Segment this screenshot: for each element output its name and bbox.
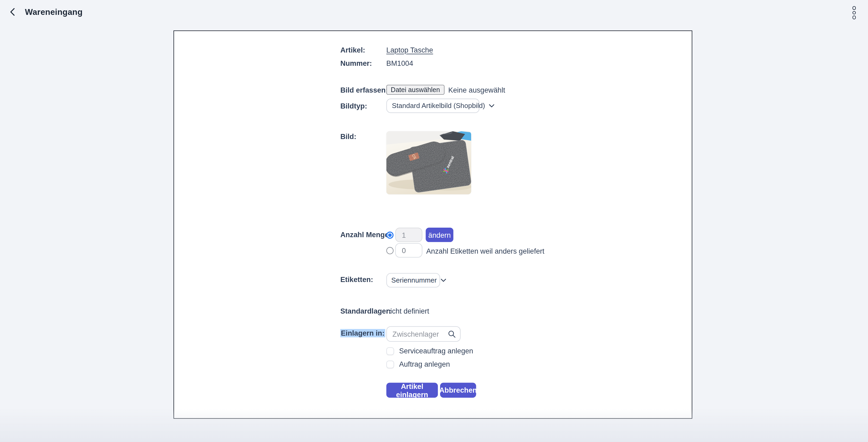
back-button[interactable] <box>7 7 17 17</box>
chevron-down-icon <box>441 279 446 282</box>
laptop-sleeve-photo: CS xentral <box>386 131 471 194</box>
artikel-link[interactable]: Laptop Tasche <box>386 46 433 54</box>
abbrechen-button[interactable]: Abbrechen <box>440 383 476 398</box>
wareneingang-form-panel: Artikel: Laptop Tasche Nummer: BM1004 Bi… <box>174 31 692 419</box>
artikel-einlagern-button[interactable]: Artikel einlagern <box>386 383 438 398</box>
serviceauftrag-label: Serviceauftrag anlegen <box>399 347 473 355</box>
chevron-down-icon <box>489 104 495 107</box>
menge-input[interactable] <box>395 228 422 242</box>
serviceauftrag-row: Serviceauftrag anlegen <box>386 347 473 355</box>
file-select-button[interactable]: Datei auswählen <box>386 85 444 95</box>
overflow-menu-button[interactable] <box>850 6 859 19</box>
top-bar: Wareneingang <box>0 0 868 24</box>
file-input: Datei auswählen Keine ausgewählt <box>386 85 505 95</box>
aendern-button[interactable]: ändern <box>426 228 453 242</box>
etiketten-hint-text: Anzahl Etiketten weil anders geliefert <box>426 247 545 255</box>
einlagern-in-label: Einlagern in: <box>340 329 385 337</box>
auftrag-checkbox[interactable] <box>386 360 394 368</box>
bildtyp-select[interactable]: Standard Artikelbild (Shopbild) <box>386 99 479 113</box>
article-image: CS xentral <box>386 131 471 194</box>
etiketten-selected-value: Seriennummer <box>391 277 437 284</box>
menge-radio-selected[interactable] <box>386 232 394 239</box>
chevron-left-icon <box>10 7 15 15</box>
etiketten-radio[interactable] <box>386 247 394 254</box>
bildtyp-label: Bildtyp: <box>340 102 367 110</box>
artikel-label: Artikel: <box>340 46 365 54</box>
serviceauftrag-checkbox[interactable] <box>386 347 394 355</box>
lager-search-input[interactable] <box>392 330 448 338</box>
auftrag-row: Auftrag anlegen <box>386 360 450 368</box>
kebab-dot-icon <box>852 11 856 14</box>
search-icon <box>448 330 456 338</box>
standardlager-label: Standardlager: <box>340 307 391 315</box>
etiketten-select[interactable]: Seriennummer <box>386 273 440 287</box>
kebab-dot-icon <box>852 15 856 19</box>
kebab-dot-icon <box>852 6 856 10</box>
file-status-text: Keine ausgewählt <box>448 86 505 94</box>
page-title: Wareneingang <box>25 7 83 17</box>
nummer-value: BM1004 <box>386 59 413 67</box>
bild-erfassen-label: Bild erfassen: <box>340 86 388 94</box>
einlagern-in-label-text: Einlagern in: <box>340 329 385 337</box>
standardlager-value: nicht definiert <box>386 307 429 315</box>
bildtyp-selected-value: Standard Artikelbild (Shopbild) <box>392 102 485 109</box>
nummer-label: Nummer: <box>340 59 372 67</box>
bild-label: Bild: <box>340 132 356 140</box>
anzahl-menge-label: Anzahl Menge: <box>340 230 391 239</box>
lager-search-box <box>386 326 461 342</box>
page: Wareneingang Artikel: Laptop Tasche Numm… <box>0 0 868 442</box>
auftrag-label: Auftrag anlegen <box>399 360 450 368</box>
etiketten-count-input[interactable] <box>395 243 422 258</box>
etiketten-label: Etiketten: <box>340 275 373 284</box>
